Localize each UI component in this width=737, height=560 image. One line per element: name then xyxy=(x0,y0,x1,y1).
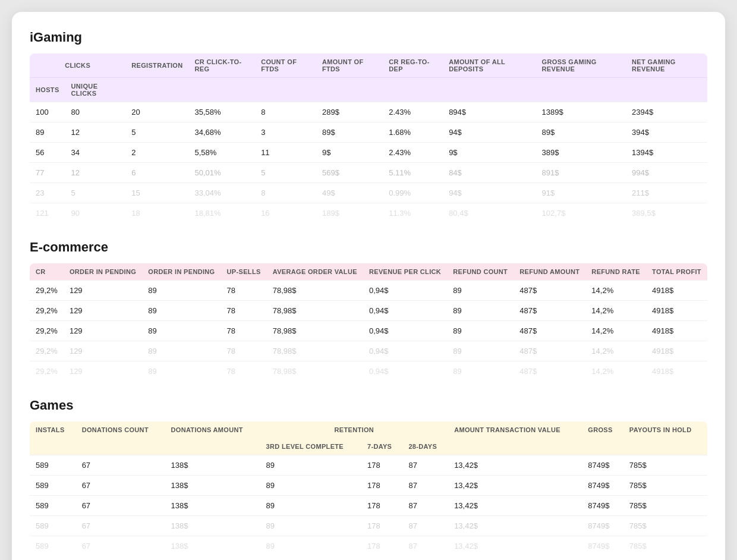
igaming-subheader: HOSTS UNIQUE CLICKS xyxy=(30,78,707,102)
igaming-section: iGaming CLICKS REGISTRATION CR CLICK-TO-… xyxy=(30,30,707,223)
cell: 138$ xyxy=(165,476,260,496)
cell: 87 xyxy=(402,516,448,536)
cell: 2 xyxy=(125,143,188,163)
cell: 89 xyxy=(260,496,361,516)
igaming-title: iGaming xyxy=(30,30,707,45)
ecommerce-header: CR ORDER IN PENDING ORDER IN PENDING UP-… xyxy=(30,263,707,281)
cell: 0,94$ xyxy=(363,341,447,361)
cell: 389$ xyxy=(536,143,626,163)
cell: 129 xyxy=(64,361,142,382)
cell: 785$ xyxy=(623,536,707,556)
cell: 211$ xyxy=(626,183,707,203)
cell: 589 xyxy=(30,516,76,536)
cell: 29,2% xyxy=(30,321,64,341)
cell: 77 xyxy=(30,163,65,183)
cell: 0,94$ xyxy=(363,281,447,301)
cell: 50,01% xyxy=(188,163,255,183)
ecommerce-tbody: 29,2% 129 89 78 78,98$ 0,94$ 89 487$ 14,… xyxy=(30,281,707,382)
cell: 5.11% xyxy=(383,163,443,183)
igaming-table: CLICKS REGISTRATION CR CLICK-TO-REG COUN… xyxy=(30,54,707,223)
table-row: 29,2% 129 89 78 78,98$ 0,94$ 89 487$ 14,… xyxy=(30,281,707,301)
games-col-payouts: PAYOUTS IN HOLD xyxy=(623,421,707,438)
cell: 89 xyxy=(260,536,361,556)
cell: 4918$ xyxy=(646,281,707,301)
cell: 12 xyxy=(65,163,126,183)
cell: 14,2% xyxy=(585,301,646,321)
cell: 18 xyxy=(125,203,188,224)
cell: 34 xyxy=(65,143,126,163)
cell: 94$ xyxy=(443,122,536,143)
cell: 1.68% xyxy=(383,122,443,143)
cell: 589 xyxy=(30,476,76,496)
cell: 89 xyxy=(142,341,221,361)
cell: 78 xyxy=(221,301,267,321)
games-col-don-amount: DONATIONS AMOUNT xyxy=(165,421,260,438)
cell: 487$ xyxy=(514,301,585,321)
igaming-col-cr-reg: CR REG-TO-DEP xyxy=(383,54,443,78)
cell: 178 xyxy=(361,496,402,516)
table-row: 100 80 20 35,58% 8 289$ 2.43% 894$ 1389$… xyxy=(30,102,707,122)
igaming-sub-empty3 xyxy=(255,78,316,102)
igaming-col-count-ftds: COUNT OF FTDS xyxy=(255,54,316,78)
ec-col-upsells: UP-SELLS xyxy=(221,263,267,281)
cell: 785$ xyxy=(623,516,707,536)
cell: 67 xyxy=(76,476,165,496)
cell: 785$ xyxy=(623,496,707,516)
cell: 89 xyxy=(260,455,361,476)
igaming-sub-empty5 xyxy=(383,78,443,102)
ec-col-total-profit: TOTAL PROFIT xyxy=(646,263,707,281)
cell: 121 xyxy=(30,203,65,224)
cell: 8 xyxy=(255,102,316,122)
cell: 78,98$ xyxy=(267,341,363,361)
cell: 80,4$ xyxy=(443,203,536,224)
cell: 389,5$ xyxy=(626,203,707,224)
cell: 5 xyxy=(255,163,316,183)
cell: 8749$ xyxy=(582,476,623,496)
games-tbody: 589 67 138$ 89 178 87 13,42$ 8749$ 785$ … xyxy=(30,455,707,556)
cell: 138$ xyxy=(165,536,260,556)
ec-col-order-in-pending: ORDER IN PENDING xyxy=(142,263,221,281)
igaming-tbody: 100 80 20 35,58% 8 289$ 2.43% 894$ 1389$… xyxy=(30,102,707,224)
igaming-col-registration: REGISTRATION xyxy=(125,54,188,78)
games-col-instals: INSTALS xyxy=(30,421,76,438)
cell: 178 xyxy=(361,476,402,496)
cell: 129 xyxy=(64,341,142,361)
igaming-sub-empty8 xyxy=(626,78,707,102)
cell: 35,58% xyxy=(188,102,255,122)
cell: 5 xyxy=(65,183,126,203)
cell: 84$ xyxy=(443,163,536,183)
cell: 89 xyxy=(447,321,514,341)
cell: 94$ xyxy=(443,183,536,203)
table-row: 89 12 5 34,68% 3 89$ 1.68% 94$ 89$ 394$ xyxy=(30,122,707,143)
cell: 3 xyxy=(255,122,316,143)
cell: 34,68% xyxy=(188,122,255,143)
cell: 487$ xyxy=(514,341,585,361)
cell: 89 xyxy=(260,476,361,496)
cell: 78,98$ xyxy=(267,281,363,301)
cell: 5 xyxy=(125,122,188,143)
cell: 785$ xyxy=(623,476,707,496)
cell: 14,2% xyxy=(585,361,646,382)
cell: 0.99% xyxy=(383,183,443,203)
cell: 138$ xyxy=(165,496,260,516)
igaming-col-gross: GROSS GAMING REVENUE xyxy=(536,54,626,78)
cell: 13,42$ xyxy=(448,516,582,536)
table-row: 23 5 15 33,04% 8 49$ 0.99% 94$ 91$ 211$ xyxy=(30,183,707,203)
cell: 189$ xyxy=(316,203,383,224)
ec-col-refund-rate: REFUND RATE xyxy=(585,263,646,281)
games-col-atv: AMOUNT TRANSACTION VALUE xyxy=(448,421,582,438)
games-sub-28days: 28-DAYS xyxy=(402,438,448,455)
cell: 8 xyxy=(255,183,316,203)
cell: 80 xyxy=(65,102,126,122)
cell: 487$ xyxy=(514,321,585,341)
cell: 89$ xyxy=(316,122,383,143)
cell: 11 xyxy=(255,143,316,163)
games-table: INSTALS DONATIONS COUNT DONATIONS AMOUNT… xyxy=(30,421,707,556)
cell: 89 xyxy=(142,321,221,341)
ec-col-refund-count: REFUND COUNT xyxy=(447,263,514,281)
table-row: 29,2% 129 89 78 78,98$ 0,94$ 89 487$ 14,… xyxy=(30,301,707,321)
cell: 89 xyxy=(142,301,221,321)
cell: 589 xyxy=(30,536,76,556)
igaming-header-span: CLICKS REGISTRATION CR CLICK-TO-REG COUN… xyxy=(30,54,707,78)
cell: 78,98$ xyxy=(267,361,363,382)
